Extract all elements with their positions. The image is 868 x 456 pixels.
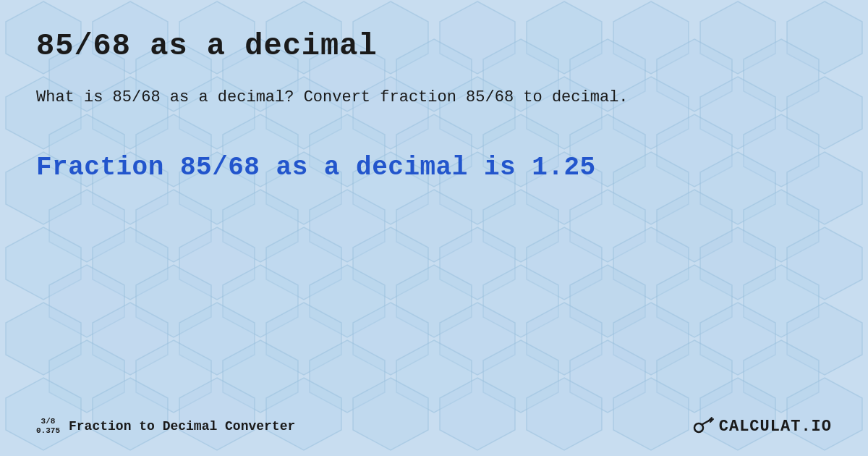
page-description: What is 85/68 as a decimal? Convert frac…	[36, 85, 832, 109]
result-text: Fraction 85/68 as a decimal is 1.25	[36, 153, 832, 182]
page-title: 85/68 as a decimal	[36, 29, 832, 64]
